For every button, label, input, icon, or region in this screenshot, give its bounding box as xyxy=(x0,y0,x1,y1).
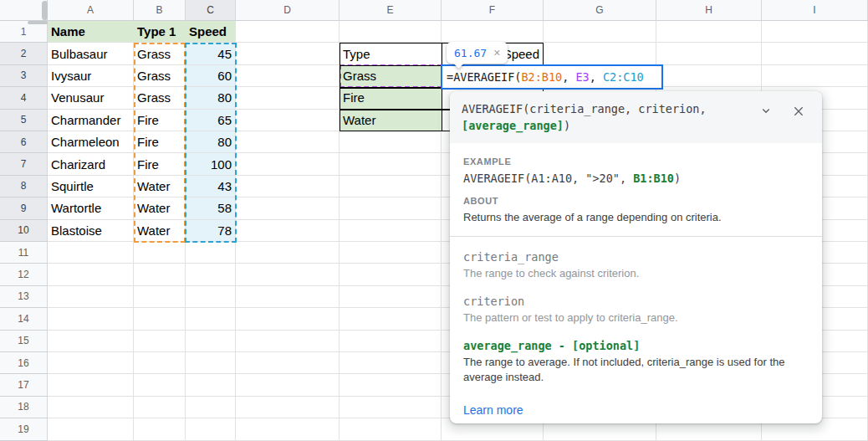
cell-E14[interactable] xyxy=(340,308,442,330)
column-header-G[interactable]: G xyxy=(544,0,656,21)
row-header-18[interactable]: 18 xyxy=(0,397,48,418)
cell-A10[interactable]: Blastoise xyxy=(48,220,134,242)
cell-C3[interactable]: 60 xyxy=(186,65,236,87)
row-header-8[interactable]: 8 xyxy=(0,176,48,197)
cell-E8[interactable] xyxy=(340,176,442,197)
cell-B17[interactable] xyxy=(134,374,186,396)
cell-A13[interactable] xyxy=(48,286,134,308)
cell-A4[interactable]: Venusaur xyxy=(48,87,134,109)
cell-B10[interactable]: Water xyxy=(134,220,186,242)
cell-E10[interactable] xyxy=(340,220,442,242)
cell-D19[interactable] xyxy=(236,418,340,440)
cell-C13[interactable] xyxy=(186,286,236,308)
row-header-12[interactable]: 12 xyxy=(0,264,48,285)
cell-D6[interactable] xyxy=(236,131,340,153)
cell-E18[interactable] xyxy=(340,397,442,418)
column-header-C[interactable]: C xyxy=(186,0,236,21)
cell-D4[interactable] xyxy=(236,87,340,109)
row-header-9[interactable]: 9 xyxy=(0,197,48,219)
cell-B15[interactable] xyxy=(134,331,186,352)
cell-C1[interactable]: Speed xyxy=(186,21,236,43)
cell-C11[interactable] xyxy=(186,242,236,264)
cell-E9[interactable] xyxy=(340,197,442,219)
cell-H1[interactable] xyxy=(656,21,762,43)
cell-B1[interactable]: Type 1 xyxy=(134,21,186,43)
cell-C12[interactable] xyxy=(186,264,236,285)
cell-D2[interactable] xyxy=(236,43,340,64)
cell-C18[interactable] xyxy=(186,397,236,418)
cell-B6[interactable]: Fire xyxy=(134,131,186,153)
cell-D8[interactable] xyxy=(236,176,340,197)
cell-E6[interactable] xyxy=(340,131,442,153)
cell-A3[interactable]: Ivysaur xyxy=(48,65,134,87)
cell-C14[interactable] xyxy=(186,308,236,330)
cell-I1[interactable] xyxy=(762,21,868,43)
cell-E5[interactable]: Water xyxy=(340,110,442,131)
cell-A6[interactable]: Charmeleon xyxy=(48,131,134,153)
cell-D10[interactable] xyxy=(236,220,340,242)
cell-A14[interactable] xyxy=(48,308,134,330)
cell-C8[interactable]: 43 xyxy=(186,176,236,197)
row-header-16[interactable]: 16 xyxy=(0,352,48,374)
cell-B16[interactable] xyxy=(134,352,186,374)
cell-B11[interactable] xyxy=(134,242,186,264)
cell-A19[interactable] xyxy=(48,418,134,440)
row-header-5[interactable]: 5 xyxy=(0,110,48,131)
cell-E12[interactable] xyxy=(340,264,442,285)
row-header-7[interactable]: 7 xyxy=(0,153,48,175)
cell-E19[interactable] xyxy=(340,418,442,440)
cell-E13[interactable] xyxy=(340,286,442,308)
cell-A5[interactable]: Charmander xyxy=(48,110,134,131)
cell-A12[interactable] xyxy=(48,264,134,285)
freeze-row-handle[interactable] xyxy=(28,21,48,24)
column-header-F[interactable]: F xyxy=(442,0,544,21)
row-header-11[interactable]: 11 xyxy=(0,242,48,264)
cell-C9[interactable]: 58 xyxy=(186,197,236,219)
cell-D1[interactable] xyxy=(236,21,340,43)
cell-D3[interactable] xyxy=(236,65,340,87)
column-header-H[interactable]: H xyxy=(656,0,762,21)
cell-B4[interactable]: Grass xyxy=(134,87,186,109)
cell-H2[interactable] xyxy=(656,43,762,64)
cell-C7[interactable]: 100 xyxy=(186,153,236,175)
cell-C10[interactable]: 78 xyxy=(186,220,236,242)
column-header-A[interactable]: A xyxy=(48,0,134,21)
cell-B13[interactable] xyxy=(134,286,186,308)
cell-E16[interactable] xyxy=(340,352,442,374)
cell-D12[interactable] xyxy=(236,264,340,285)
cell-D17[interactable] xyxy=(236,374,340,396)
cell-B8[interactable]: Water xyxy=(134,176,186,197)
cell-B18[interactable] xyxy=(134,397,186,418)
freeze-column-handle[interactable] xyxy=(42,1,48,20)
cell-D9[interactable] xyxy=(236,197,340,219)
cell-A18[interactable] xyxy=(48,397,134,418)
cell-D16[interactable] xyxy=(236,352,340,374)
cell-C2[interactable]: 45 xyxy=(186,43,236,64)
cell-E2[interactable]: Type xyxy=(340,43,442,64)
cell-D18[interactable] xyxy=(236,397,340,418)
cell-G1[interactable] xyxy=(544,21,656,43)
cell-A11[interactable] xyxy=(48,242,134,264)
cell-E7[interactable] xyxy=(340,153,442,175)
column-header-D[interactable]: D xyxy=(236,0,340,21)
column-header-I[interactable]: I xyxy=(762,0,868,21)
preview-close-icon[interactable]: × xyxy=(493,47,500,59)
cell-D5[interactable] xyxy=(236,110,340,131)
cell-B7[interactable]: Fire xyxy=(134,153,186,175)
row-header-15[interactable]: 15 xyxy=(0,331,48,352)
cell-I3[interactable] xyxy=(762,65,868,87)
cell-B12[interactable] xyxy=(134,264,186,285)
row-header-13[interactable]: 13 xyxy=(0,286,48,308)
cell-B19[interactable] xyxy=(134,418,186,440)
row-header-3[interactable]: 3 xyxy=(0,65,48,87)
cell-B2[interactable]: Grass xyxy=(134,43,186,64)
cell-E11[interactable] xyxy=(340,242,442,264)
cell-C19[interactable] xyxy=(186,418,236,440)
cell-B3[interactable]: Grass xyxy=(134,65,186,87)
cell-A17[interactable] xyxy=(48,374,134,396)
row-header-19[interactable]: 19 xyxy=(0,418,48,440)
close-icon[interactable] xyxy=(792,105,805,118)
corner-select-all[interactable] xyxy=(0,0,48,21)
cell-C6[interactable]: 80 xyxy=(186,131,236,153)
row-header-4[interactable]: 4 xyxy=(0,87,48,109)
